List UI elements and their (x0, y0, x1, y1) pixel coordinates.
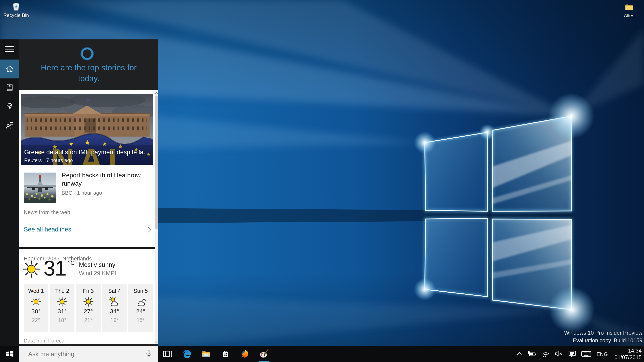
taskbar-clock[interactable]: 14:34 01/07/2015 (610, 348, 643, 361)
taskbar: ENG 14:34 01/07/2015 (0, 346, 644, 362)
watermark-line1: Windows 10 Pro Insider Preview (564, 329, 642, 337)
weather-current-temp: 31 (44, 256, 66, 280)
sidebar-item-notebook[interactable] (0, 78, 19, 97)
store-button[interactable] (216, 346, 235, 362)
taskbar-search[interactable] (19, 346, 158, 362)
language-indicator[interactable]: ENG (594, 351, 610, 357)
forecast-day: Sat 4 (102, 288, 127, 294)
sidebar-item-feedback[interactable] (0, 116, 19, 135)
news-hero-headline: Greece defaults on IMF payment despite l… (24, 149, 150, 156)
paint-button[interactable] (254, 346, 274, 362)
feedback-icon (5, 120, 14, 131)
desktop-icon-label: Recycle Bin (3, 12, 30, 18)
forecast-tile[interactable]: Sat 4 34° 19° (102, 284, 127, 332)
paint-icon (259, 349, 269, 360)
file-explorer-button[interactable] (196, 346, 216, 362)
search-input[interactable] (19, 346, 158, 362)
forecast-low: 21° (76, 317, 100, 323)
scroll-down-button[interactable] (155, 339, 158, 344)
forecast-high: 27° (76, 308, 100, 315)
weather-forecast: Wed 1 30° 22° Thu 2 31° 18° Fri 3 (24, 284, 153, 332)
edge-icon (182, 349, 192, 360)
forecast-tile[interactable]: Thu 2 31° 18° (50, 284, 74, 332)
store-icon (220, 349, 230, 360)
scroll-up-button[interactable] (155, 90, 158, 95)
forecast-tile[interactable]: Fri 3 27° 21° (76, 284, 100, 332)
weather-attribution: Data from Foreca (24, 338, 64, 344)
scrollbar-thumb[interactable] (155, 96, 158, 229)
microphone-icon[interactable] (144, 350, 153, 359)
forecast-low: 19° (102, 317, 127, 323)
news-hero-card[interactable]: NAI Greece defaults on IMF payment despi… (21, 94, 153, 165)
news-story-title[interactable]: Report backs third Heathrow runway (62, 171, 148, 188)
sidebar-item-home[interactable] (0, 59, 19, 78)
cloudy-icon (135, 296, 146, 308)
weather-wind: Wind 29 KMPH (79, 270, 119, 277)
partly-cloudy-icon (109, 296, 120, 308)
action-center-button[interactable] (566, 346, 579, 362)
news-hero-source: Reuters · 7 hours ago (24, 157, 73, 163)
folder-icon (624, 2, 634, 12)
panel-scrollbar[interactable] (155, 90, 158, 344)
forecast-high: 30° (24, 308, 48, 315)
chevron-up-icon (516, 350, 523, 358)
forecast-high: 34° (102, 308, 127, 315)
forecast-tile[interactable]: Sun 5 24° 15° (128, 284, 153, 332)
sunny-icon (82, 296, 94, 308)
cortana-logo-icon (80, 47, 94, 61)
cortana-panel: Here are the top stories for today. (19, 39, 158, 346)
cortana-greeting: Here are the top stories for today. (32, 62, 145, 84)
hamburger-icon (5, 46, 14, 53)
card-divider (19, 247, 155, 249)
see-all-headlines-link[interactable]: See all headlines (24, 226, 71, 233)
windows-start-icon (5, 349, 14, 359)
start-button[interactable] (0, 346, 19, 362)
system-tray: ENG 14:34 01/07/2015 (514, 346, 643, 362)
volume-status[interactable] (552, 346, 566, 362)
insider-watermark: Windows 10 Pro Insider Preview Evaluatio… (564, 329, 642, 344)
task-view-button[interactable] (158, 346, 177, 362)
sunny-icon (30, 296, 42, 308)
firefox-icon (240, 349, 250, 360)
recycle-bin-icon (11, 1, 21, 12)
forecast-low: 15° (128, 317, 153, 323)
forecast-day: Sun 5 (128, 288, 153, 294)
wifi-status[interactable] (539, 346, 552, 362)
hamburger-menu-button[interactable] (0, 45, 19, 54)
forecast-day: Wed 1 (24, 288, 48, 294)
desktop-icon-label: Alles (616, 13, 642, 18)
task-view-icon (162, 349, 172, 360)
forecast-low: 22° (24, 317, 48, 323)
weather-condition: Mostly sunny (79, 261, 115, 269)
chevron-right-icon[interactable] (147, 226, 152, 233)
active-app-indicator (259, 361, 269, 362)
forecast-day: Thu 2 (50, 288, 74, 294)
news-section-label: News from the web (24, 209, 70, 216)
clock-date: 01/07/2015 (612, 354, 642, 361)
watermark-line2: Evaluation copy. Build 10159 (564, 337, 642, 344)
battery-status[interactable] (525, 346, 539, 362)
volume-muted-icon (554, 350, 563, 359)
battery-icon (528, 350, 537, 359)
touch-keyboard-button[interactable] (579, 346, 594, 362)
keyboard-icon (581, 350, 592, 359)
home-icon (5, 64, 14, 74)
sunny-icon (56, 296, 68, 308)
desktop-icon-alles[interactable]: Alles (616, 2, 642, 18)
forecast-tile[interactable]: Wed 1 30° 22° (24, 284, 48, 332)
weather-unit: °C (68, 259, 75, 266)
firefox-button[interactable] (235, 346, 254, 362)
edge-button[interactable] (177, 346, 196, 362)
cortana-sidebar (0, 39, 19, 346)
reminders-icon (5, 102, 14, 112)
forecast-high: 24° (128, 308, 153, 315)
sunny-icon (22, 260, 41, 278)
notebook-icon (5, 83, 14, 93)
file-explorer-icon (201, 349, 211, 360)
tray-overflow-button[interactable] (514, 346, 525, 362)
action-center-icon (568, 350, 576, 359)
desktop-icon-recycle-bin[interactable]: Recycle Bin (3, 1, 30, 18)
sidebar-item-reminders[interactable] (0, 97, 19, 116)
news-story-thumbnail[interactable] (24, 173, 56, 203)
desktop: Recycle Bin Alles Windows 10 Pro Insider… (0, 0, 644, 362)
